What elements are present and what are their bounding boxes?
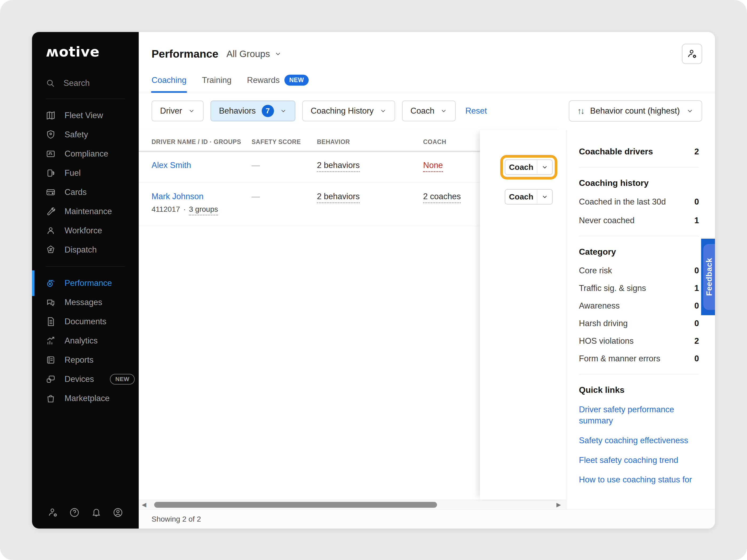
sidebar-item-devices[interactable]: Devices NEW — [32, 370, 139, 389]
coach-dropdown-toggle[interactable] — [537, 190, 552, 204]
fuel-pump-icon — [46, 168, 55, 178]
sidebar-nav-bottom: Performance Messages Documents Analytics… — [32, 274, 139, 408]
scroll-left-arrow[interactable]: ◀ — [139, 501, 149, 508]
chat-icon — [46, 298, 55, 307]
coach-button[interactable]: Coach — [505, 159, 553, 175]
stat-row: Awareness0 — [579, 301, 699, 311]
motive-logo: ʍotive — [32, 32, 139, 60]
coach-status-link[interactable]: 2 coaches — [423, 192, 461, 203]
sidebar-item-workforce[interactable]: Workforce — [32, 221, 139, 240]
column-header-safety-score: SAFETY SCORE — [252, 138, 317, 145]
coach-dropdown-toggle[interactable] — [537, 160, 552, 175]
search-icon — [46, 79, 55, 88]
behavior-count-link[interactable]: 2 behaviors — [317, 192, 360, 203]
quick-link[interactable]: Driver safety performance summary — [579, 404, 694, 426]
sort-selector[interactable]: ↑↓ Behavior count (highest) — [569, 100, 702, 122]
behavior-count-link[interactable]: 2 behaviors — [317, 161, 360, 172]
horizontal-scrollbar[interactable]: ◀ ▶ — [139, 500, 566, 509]
tab-rewards[interactable]: Rewards NEW — [247, 75, 309, 92]
stat-row: HOS violations2 — [579, 336, 699, 346]
groups-link[interactable]: 3 groups — [189, 205, 218, 215]
sidebar-item-label: Documents — [65, 317, 106, 326]
main-split: DRIVER NAME / ID · GROUPS SAFETY SCORE B… — [139, 130, 715, 509]
driver-settings-button[interactable] — [682, 44, 702, 64]
stat-label: Harsh driving — [579, 319, 628, 328]
filter-label: Behaviors — [219, 106, 256, 116]
sidebar-item-dispatch[interactable]: Dispatch — [32, 240, 139, 260]
sidebar-search[interactable]: Search — [32, 75, 139, 92]
sidebar-nav-top: Fleet View Safety Compliance Fuel Cards … — [32, 106, 139, 260]
wrench-icon — [46, 207, 55, 216]
coaching-history-title: Coaching history — [579, 178, 699, 188]
user-settings-icon[interactable] — [48, 507, 58, 518]
chevron-down-icon — [188, 107, 195, 114]
stat-label: Never coached — [579, 216, 635, 225]
stat-label: Awareness — [579, 301, 620, 311]
quick-link[interactable]: How to use coaching status for — [579, 474, 694, 485]
active-indicator — [32, 270, 34, 296]
column-header-behavior: BEHAVIOR — [317, 138, 423, 145]
stat-value: 0 — [694, 301, 699, 311]
sidebar-item-fuel[interactable]: Fuel — [32, 163, 139, 183]
table-footer: Showing 2 of 2 — [139, 509, 715, 529]
sidebar-item-label: Messages — [65, 298, 102, 307]
sidebar-item-performance[interactable]: Performance — [32, 274, 139, 293]
sidebar-item-safety[interactable]: Safety — [32, 125, 139, 144]
safety-score-value: — — [252, 192, 260, 201]
stat-value: 1 — [694, 284, 699, 293]
reset-filters-link[interactable]: Reset — [465, 106, 487, 116]
coach-button[interactable]: Coach — [505, 189, 553, 205]
main-content: Performance All Groups Coaching Training… — [139, 32, 715, 529]
quick-link[interactable]: Fleet safety coaching trend — [579, 455, 694, 466]
sort-label: Behavior count (highest) — [590, 106, 680, 116]
sidebar-item-label: Marketplace — [65, 394, 110, 403]
sidebar: ʍotive Search Fleet View Safety Complian… — [32, 32, 139, 529]
app-window: ʍotive Search Fleet View Safety Complian… — [32, 32, 715, 529]
group-selector-label: All Groups — [227, 49, 270, 59]
behaviors-filter[interactable]: Behaviors 7 — [210, 101, 295, 121]
sidebar-item-cards[interactable]: Cards — [32, 183, 139, 202]
behaviors-count-badge: 7 — [262, 105, 274, 117]
driver-filter[interactable]: Driver — [152, 101, 204, 121]
coach-status-link[interactable]: None — [423, 161, 443, 172]
driver-name-link[interactable]: Mark Johnson — [152, 192, 204, 201]
tab-training[interactable]: Training — [202, 75, 232, 92]
dispatch-icon — [46, 245, 55, 255]
scrollbar-thumb[interactable] — [154, 502, 437, 508]
stat-value: 0 — [694, 266, 699, 275]
feedback-label: Feedback — [704, 258, 714, 296]
stat-row: Coached in the last 30d 0 — [579, 197, 699, 207]
shield-icon — [46, 130, 55, 139]
quick-link[interactable]: Safety coaching effectiveness — [579, 435, 694, 446]
sidebar-item-label: Devices — [65, 374, 94, 384]
panel-divider — [579, 374, 699, 374]
account-icon[interactable] — [112, 507, 123, 518]
stat-row: Never coached 1 — [579, 216, 699, 225]
sidebar-item-marketplace[interactable]: Marketplace — [32, 389, 139, 408]
stat-row: Core risk0 — [579, 266, 699, 275]
sidebar-item-messages[interactable]: Messages — [32, 293, 139, 312]
coach-filter[interactable]: Coach — [402, 101, 456, 121]
filter-label: Coach — [411, 106, 435, 116]
report-icon — [46, 355, 55, 365]
coaching-history-filter[interactable]: Coaching History — [302, 101, 395, 121]
sidebar-item-analytics[interactable]: Analytics — [32, 331, 139, 350]
tab-coaching[interactable]: Coaching — [152, 75, 186, 92]
sidebar-item-documents[interactable]: Documents — [32, 312, 139, 331]
sidebar-item-label: Reports — [65, 355, 94, 365]
sidebar-divider — [46, 266, 125, 267]
category-title: Category — [579, 247, 699, 257]
filter-label: Driver — [160, 106, 182, 116]
driver-name-link[interactable]: Alex Smith — [152, 161, 191, 170]
sidebar-item-fleet-view[interactable]: Fleet View — [32, 106, 139, 125]
feedback-tab[interactable]: Feedback — [701, 239, 715, 315]
notifications-bell-icon[interactable] — [91, 507, 102, 518]
group-selector[interactable]: All Groups — [227, 49, 282, 59]
sidebar-search-label: Search — [63, 78, 89, 88]
help-icon[interactable] — [69, 507, 80, 518]
sidebar-item-reports[interactable]: Reports — [32, 350, 139, 370]
sidebar-item-compliance[interactable]: Compliance — [32, 144, 139, 163]
sidebar-item-maintenance[interactable]: Maintenance — [32, 202, 139, 221]
sidebar-item-label: Cards — [65, 187, 87, 197]
scroll-right-arrow[interactable]: ▶ — [553, 501, 564, 508]
